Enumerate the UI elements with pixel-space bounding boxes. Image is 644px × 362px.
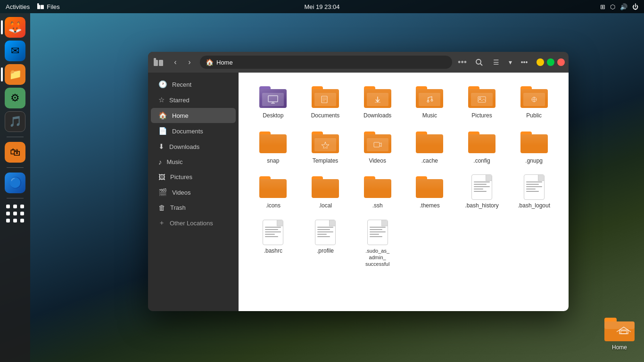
file-item-pictures[interactable]: Pictures: [457, 80, 507, 123]
dock-all-apps[interactable]: [5, 203, 25, 224]
sidebar-item-other-locations[interactable]: ＋ Other Locations: [151, 215, 236, 230]
templates-icon-inner: [321, 141, 330, 148]
file-label-templates: Templates: [313, 157, 339, 165]
dock-files[interactable]: 📁: [5, 64, 25, 85]
desktop-folder-icon: [258, 84, 288, 110]
file-item-themes[interactable]: .themes: [405, 170, 455, 214]
file-item-ssh[interactable]: .ssh: [352, 170, 403, 214]
forward-button[interactable]: ›: [183, 56, 196, 69]
desktop-screen-icon: [268, 95, 278, 104]
file-manager-window: ‹ › 🏠 Home ••• ☰ ▾ ••• – □ ✕: [148, 52, 569, 311]
file-item-config[interactable]: .config: [457, 125, 507, 169]
dock-settings[interactable]: ⚙: [5, 88, 25, 108]
volume-icon[interactable]: 🔊: [620, 3, 627, 10]
location-bar[interactable]: 🏠 Home: [200, 56, 452, 69]
starred-icon: ☆: [158, 96, 165, 104]
sidebar-item-starred[interactable]: ☆ Starred: [151, 92, 236, 107]
svg-rect-5: [159, 60, 163, 66]
pictures-nav-icon: 🖼: [158, 173, 165, 181]
svg-rect-4: [154, 58, 156, 61]
desktop-home-shortcut[interactable]: Home: [604, 318, 635, 351]
dock-help[interactable]: 🔵: [5, 173, 25, 193]
bluetooth-icon[interactable]: ⬡: [610, 3, 615, 10]
sidebar-label-recent: Recent: [172, 81, 191, 88]
svg-point-18: [431, 99, 433, 101]
svg-marker-23: [322, 142, 329, 148]
svg-rect-8: [268, 96, 278, 102]
ssh-folder-icon: [363, 174, 393, 200]
file-item-gnupg[interactable]: .gnupg: [509, 125, 559, 169]
file-item-profile[interactable]: .profile: [300, 215, 351, 272]
file-item-local[interactable]: .local: [300, 170, 351, 214]
app-logo: [152, 56, 165, 69]
file-item-downloads[interactable]: Downloads: [352, 80, 403, 123]
file-item-music[interactable]: Music: [405, 80, 455, 123]
grid-icon: ⊞: [600, 3, 605, 10]
apps-grid-icon[interactable]: [5, 203, 25, 224]
local-folder-icon: [310, 174, 340, 200]
file-label-themes: .themes: [420, 202, 440, 210]
file-item-bashrc[interactable]: .bashrc: [248, 215, 298, 272]
sidebar: 🕐 Recent ☆ Starred 🏠 Home 📄 Documents ⬇ …: [148, 73, 239, 311]
dock-thunderbird[interactable]: ✉: [5, 41, 25, 61]
view-options: ☰ ▾ •••: [489, 56, 531, 69]
activities-button[interactable]: Activities: [6, 3, 30, 10]
search-button[interactable]: [472, 56, 486, 69]
dock-firefox[interactable]: 🦊: [5, 17, 25, 38]
files-app-icon: [154, 58, 163, 67]
view-list-button[interactable]: ☰: [489, 56, 503, 69]
file-item-documents[interactable]: Documents: [300, 80, 351, 123]
sidebar-label-home: Home: [172, 112, 189, 119]
view-more-button[interactable]: •••: [518, 56, 531, 69]
file-item-snap[interactable]: snap: [248, 125, 298, 169]
nav-buttons: ‹ ›: [169, 56, 196, 69]
file-item-sudo-admin[interactable]: .sudo_as_admin_successful: [352, 215, 403, 272]
sidebar-item-music[interactable]: ♪ Music: [151, 155, 236, 169]
home-nav-icon: 🏠: [158, 111, 167, 120]
file-item-templates[interactable]: Templates: [300, 125, 351, 169]
maximize-button[interactable]: □: [547, 58, 554, 66]
file-label-documents: Documents: [311, 112, 340, 120]
recent-icon: 🕐: [158, 80, 167, 89]
dock-appstore[interactable]: 🛍: [5, 142, 25, 163]
music-folder-icon: [414, 84, 445, 110]
svg-point-6: [476, 59, 481, 64]
file-label-desktop: Desktop: [263, 112, 283, 120]
file-item-videos[interactable]: Videos: [352, 125, 403, 169]
sidebar-item-pictures[interactable]: 🖼 Pictures: [151, 170, 236, 184]
templates-folder-icon: [310, 129, 340, 156]
file-label-icons: .icons: [266, 202, 281, 210]
sidebar-item-trash[interactable]: 🗑 Trash: [151, 200, 236, 215]
home-folder-svg: [604, 318, 635, 342]
dock-rhythmbox[interactable]: 🎵: [5, 111, 25, 132]
file-item-public[interactable]: Public: [509, 80, 559, 123]
videos-nav-icon: 🎬: [158, 188, 167, 197]
view-sort-button[interactable]: ▾: [504, 56, 517, 69]
desktop-home-folder-icon: [604, 318, 635, 342]
svg-rect-11: [322, 96, 327, 103]
file-item-desktop[interactable]: Desktop: [248, 80, 298, 123]
file-item-icons[interactable]: .icons: [248, 170, 298, 214]
svg-point-20: [479, 98, 481, 99]
power-icon[interactable]: ⏻: [632, 3, 638, 10]
bash-logout-doc-icon: [519, 174, 549, 200]
sidebar-item-downloads[interactable]: ⬇ Downloads: [151, 139, 236, 154]
videos-icon-inner: [373, 141, 382, 148]
close-button[interactable]: ✕: [557, 58, 565, 66]
dock: 🦊 ✉ 📁 ⚙ 🎵 🛍 🔵: [0, 13, 30, 362]
svg-line-7: [480, 64, 482, 66]
sidebar-label-trash: Trash: [170, 204, 186, 211]
file-item-bash-history[interactable]: .bash_history: [457, 170, 507, 214]
file-item-cache[interactable]: .cache: [405, 125, 455, 169]
dock-separator: [7, 137, 24, 137]
sidebar-item-documents[interactable]: 📄 Documents: [151, 123, 236, 139]
minimize-button[interactable]: –: [537, 58, 544, 66]
sidebar-item-home[interactable]: 🏠 Home: [151, 108, 236, 123]
window-controls: – □ ✕: [537, 58, 565, 66]
back-button[interactable]: ‹: [169, 56, 182, 69]
sidebar-label-documents: Documents: [172, 128, 203, 135]
location-menu-button[interactable]: •••: [456, 58, 469, 67]
file-item-bash-logout[interactable]: .bash_logout: [509, 170, 559, 214]
sidebar-item-recent[interactable]: 🕐 Recent: [151, 77, 236, 92]
sidebar-item-videos[interactable]: 🎬 Videos: [151, 185, 236, 200]
